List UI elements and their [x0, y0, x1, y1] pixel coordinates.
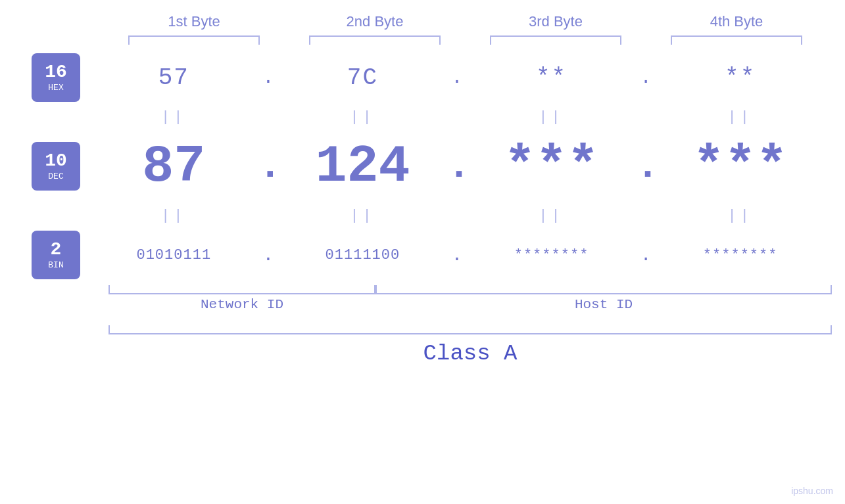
host-id-bracket — [375, 285, 832, 294]
hex-dot3: . — [636, 68, 656, 88]
dec-dot3: . — [636, 147, 656, 186]
dec-b1: 87 — [101, 137, 246, 196]
dec-b2: 124 — [290, 137, 435, 196]
badges-column: 16 HEX 10 DEC 2 BIN — [0, 51, 95, 281]
dec-b3: *** — [479, 137, 624, 196]
bin-badge-label: BIN — [48, 260, 63, 270]
bracket-byte4 — [671, 35, 802, 45]
sep2-b4: || — [668, 208, 813, 224]
hex-badge-label: HEX — [48, 83, 63, 93]
sep2-b2: || — [290, 208, 435, 224]
sep2-spacer — [32, 202, 95, 229]
bin-dot3: . — [636, 245, 656, 265]
hex-dot2: . — [447, 68, 467, 88]
dec-b4: *** — [668, 137, 813, 196]
network-id-bracket — [109, 285, 375, 294]
sep1-spacer — [32, 104, 95, 130]
top-brackets — [104, 35, 827, 45]
bracket-byte2 — [309, 35, 441, 45]
main-container: 1st Byte 2nd Byte 3rd Byte 4th Byte 16 H… — [0, 0, 845, 504]
hex-b3: ** — [479, 64, 624, 91]
bin-b4: ******** — [668, 247, 813, 263]
byte-headers: 1st Byte 2nd Byte 3rd Byte 4th Byte — [104, 13, 827, 30]
id-labels-row: Network ID Host ID — [109, 294, 832, 312]
network-id-label: Network ID — [109, 294, 375, 312]
sep2-b1: || — [101, 208, 246, 224]
host-id-label: Host ID — [375, 294, 832, 312]
sep1-b3: || — [479, 109, 624, 126]
hex-b1: 57 — [101, 64, 246, 91]
byte3-header: 3rd Byte — [483, 13, 628, 30]
bin-badge-number: 2 — [51, 240, 62, 260]
hex-b2: 7C — [290, 64, 435, 91]
sep2-b3: || — [479, 208, 624, 224]
dec-badge: 10 DEC — [32, 142, 80, 191]
bin-dot1: . — [258, 245, 278, 265]
watermark: ipshu.com — [791, 486, 833, 496]
dec-value-row: 87 . 124 . *** . *** — [95, 130, 819, 202]
hex-dot1: . — [258, 68, 278, 88]
bin-value-row: 01010111 . 01111100 . ******** . *******… — [95, 229, 819, 281]
byte4-header: 4th Byte — [664, 13, 809, 30]
bottom-labels-section: Network ID Host ID — [109, 285, 832, 312]
bracket-byte1 — [128, 35, 260, 45]
bin-badge-wrapper: 2 BIN — [32, 229, 95, 281]
overall-bracket — [109, 325, 832, 334]
bracket-byte3 — [490, 35, 621, 45]
sep1-b4: || — [668, 109, 813, 126]
values-grid: 57 . 7C . ** . ** || || || || 87 — [95, 51, 845, 281]
bin-badge: 2 BIN — [32, 231, 80, 279]
dec-dot1: . — [258, 147, 278, 186]
dec-badge-number: 10 — [45, 151, 67, 172]
class-label: Class A — [109, 341, 832, 366]
dec-dot2: . — [447, 147, 467, 186]
badges-and-grid: 16 HEX 10 DEC 2 BIN — [0, 51, 845, 281]
sep1-b1: || — [101, 109, 246, 126]
dec-badge-wrapper: 10 DEC — [32, 130, 95, 202]
sep-row-1: || || || || — [95, 104, 819, 130]
bin-dot2: . — [447, 245, 467, 265]
hex-badge-number: 16 — [45, 62, 67, 83]
bin-b3: ******** — [479, 247, 624, 263]
bottom-bracket-row — [109, 285, 832, 294]
hex-badge-wrapper: 16 HEX — [32, 51, 95, 104]
dec-badge-label: DEC — [48, 172, 63, 181]
sep1-b2: || — [290, 109, 435, 126]
byte1-header: 1st Byte — [122, 13, 266, 30]
bin-b2: 01111100 — [290, 247, 435, 263]
hex-b4: ** — [668, 64, 813, 91]
hex-badge: 16 HEX — [32, 53, 80, 102]
hex-value-row: 57 . 7C . ** . ** — [95, 51, 819, 104]
bin-b1: 01010111 — [101, 247, 246, 263]
sep-row-2: || || || || — [95, 202, 819, 229]
byte2-header: 2nd Byte — [302, 13, 447, 30]
